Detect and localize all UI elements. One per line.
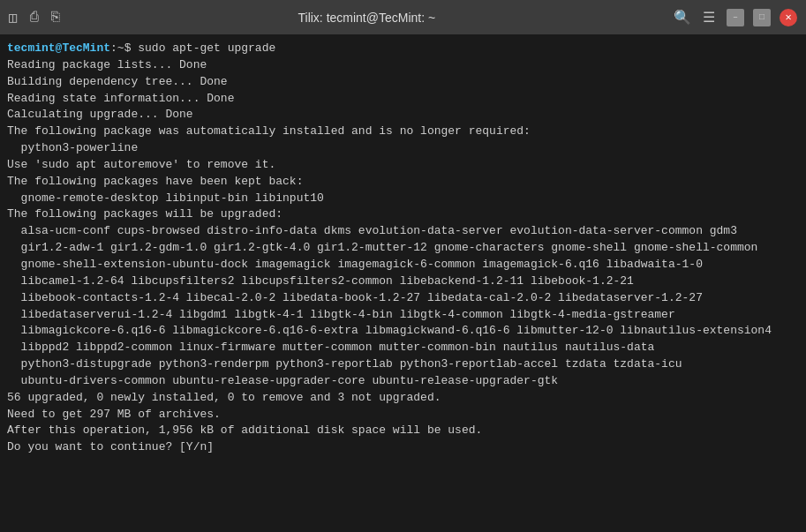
prompt-user: tecmint@TecMint <box>7 41 110 55</box>
maximize-icon[interactable]: □ <box>753 9 771 26</box>
window-title: Tilix: tecmint@TecMint: ~ <box>60 11 674 25</box>
terminal-icon2[interactable]: ⎙ <box>30 10 39 26</box>
terminal-output: Reading package lists... Done Building d… <box>7 58 772 453</box>
menu-icon[interactable]: ☰ <box>700 9 718 26</box>
search-icon[interactable]: 🔍 <box>674 9 691 26</box>
minimize-icon[interactable]: – <box>727 9 744 26</box>
terminal-icon1[interactable]: ◫ <box>9 9 18 26</box>
titlebar: ◫ ⎙ ⎘ Tilix: tecmint@TecMint: ~ 🔍 ☰ – □ … <box>0 0 806 35</box>
titlebar-right-icons: 🔍 ☰ – □ ✕ <box>674 9 797 26</box>
titlebar-left-icons: ◫ ⎙ ⎘ <box>9 9 60 26</box>
command-text: sudo apt-get upgrade <box>138 41 275 55</box>
terminal-icon3[interactable]: ⎘ <box>51 10 60 26</box>
terminal-area[interactable]: tecmint@TecMint:~$ sudo apt-get upgrade … <box>0 35 806 532</box>
close-icon[interactable]: ✕ <box>780 9 797 26</box>
prompt-dollar: :~$ <box>110 41 138 55</box>
